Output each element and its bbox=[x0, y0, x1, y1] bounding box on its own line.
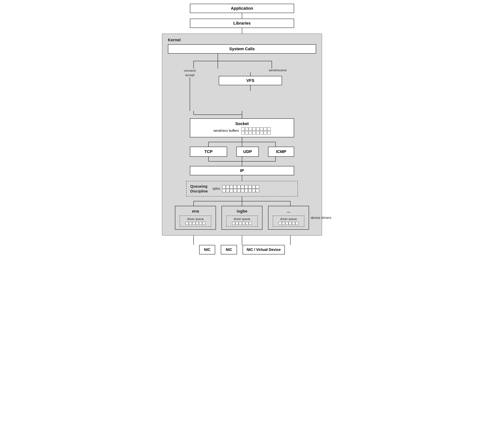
connector-to-vfs bbox=[250, 72, 250, 76]
connector-app-lib bbox=[242, 13, 242, 19]
protocols-to-ip-svg bbox=[190, 157, 294, 166]
kernel-inner: System Calls connect/accept bbox=[168, 44, 316, 230]
qdisc-container: QueueingDiscipline qdisc bbox=[186, 181, 298, 197]
socket-buffers-row: send/recv buffers bbox=[213, 127, 271, 134]
socket-to-protocols-svg bbox=[190, 137, 294, 147]
tcp-box: TCP bbox=[190, 147, 227, 157]
drivers-row: ena driver queue ixgbe bbox=[169, 206, 315, 230]
syscalls-branch-svg bbox=[169, 54, 315, 69]
system-calls-box: System Calls bbox=[168, 44, 316, 54]
nic3-label: NIC / Virtual Device bbox=[247, 248, 281, 252]
ellipsis-label: ... bbox=[287, 209, 290, 214]
qdisc-label: QueueingDiscipline bbox=[190, 184, 209, 193]
ellipsis-queue-label: driver queue bbox=[280, 217, 297, 221]
vfs-label: VFS bbox=[246, 78, 254, 83]
libraries-box: Libraries bbox=[190, 19, 294, 28]
connector-lib-syscalls bbox=[242, 28, 242, 33]
application-label: Application bbox=[231, 6, 253, 11]
tcp-label: TCP bbox=[204, 149, 213, 154]
vfs-box: VFS bbox=[219, 76, 282, 85]
ena-queue-grid bbox=[186, 222, 205, 225]
ip-box: IP bbox=[190, 166, 294, 175]
ena-queue-box: driver queue bbox=[180, 216, 211, 227]
send-recv-buffers-label: send/recv buffers bbox=[213, 129, 239, 133]
ena-label: ena bbox=[192, 209, 199, 214]
ellipsis-queue-grid bbox=[279, 222, 298, 225]
device-drivers-label: device drivers bbox=[311, 216, 331, 220]
left-branch-line bbox=[190, 77, 190, 111]
connector-ip-qdisc bbox=[242, 175, 242, 181]
nic-row: NIC NIC NIC / Virtual Device bbox=[169, 245, 315, 255]
connect-accept-branch: connect/accept bbox=[169, 69, 210, 111]
qdisc-right: qdisc bbox=[213, 185, 259, 192]
kernel-label: Kernel bbox=[168, 38, 181, 42]
socket-title: Socket bbox=[235, 121, 249, 126]
nic3-box: NIC / Virtual Device bbox=[242, 245, 285, 255]
connector-vfs-socket bbox=[250, 85, 250, 91]
diagram-container: Application Libraries Kernel System Call… bbox=[158, 4, 326, 255]
ellipsis-queue-box: driver queue bbox=[273, 216, 304, 227]
ip-label: IP bbox=[240, 168, 244, 173]
ena-queue-label: driver queue bbox=[187, 217, 204, 221]
qdisc-grid bbox=[222, 185, 259, 192]
application-box: Application bbox=[190, 4, 294, 13]
icmp-box: ICMP bbox=[268, 147, 294, 157]
udp-box: UDP bbox=[236, 147, 259, 157]
qdisc-to-drivers-svg bbox=[169, 197, 315, 206]
ixgbe-queue-grid bbox=[232, 222, 252, 225]
kernel-container: Kernel System Calls bbox=[162, 33, 322, 236]
udp-label: UDP bbox=[243, 149, 252, 154]
nic1-box: NIC bbox=[199, 245, 215, 255]
icmp-label: ICMP bbox=[276, 149, 286, 154]
drivers-to-nics-svg bbox=[169, 236, 315, 245]
nic2-label: NIC bbox=[226, 248, 232, 252]
ixgbe-queue-label: driver queue bbox=[234, 217, 250, 221]
merge-svg bbox=[169, 111, 315, 118]
ixgbe-label: ixgbe bbox=[237, 209, 247, 214]
ixgbe-queue-box: driver queue bbox=[226, 216, 258, 227]
ixgbe-driver-box: ixgbe driver queue bbox=[222, 206, 262, 230]
ena-driver-box: ena driver queue bbox=[175, 206, 216, 230]
drivers-wrapper: ena driver queue ixgbe bbox=[169, 206, 315, 230]
ellipsis-driver-box: ... driver queue bbox=[268, 206, 309, 230]
libraries-label: Libraries bbox=[234, 21, 251, 26]
send-receive-label: send/receive bbox=[269, 69, 287, 72]
buffer-grid bbox=[241, 127, 271, 134]
nic2-box: NIC bbox=[221, 245, 237, 255]
socket-box: Socket send/recv buffers bbox=[190, 118, 294, 137]
center-branch: send/receive VFS bbox=[210, 69, 290, 91]
connect-accept-label: connect/accept bbox=[184, 69, 196, 77]
qdisc-text: qdisc bbox=[213, 187, 220, 191]
protocol-row: TCP UDP ICMP bbox=[190, 147, 294, 157]
system-calls-label: System Calls bbox=[229, 47, 255, 51]
nic1-label: NIC bbox=[204, 248, 210, 252]
